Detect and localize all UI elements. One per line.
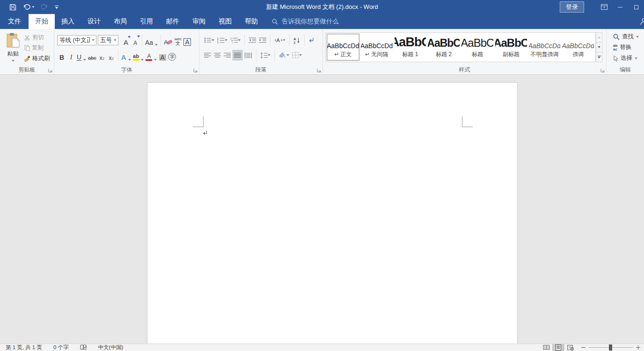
justify-button[interactable] bbox=[233, 50, 242, 60]
select-cursor-icon bbox=[613, 55, 618, 62]
styles-gallery-more-button[interactable] bbox=[596, 52, 602, 62]
styles-scroll-down-button[interactable] bbox=[596, 43, 602, 52]
find-label: 查找 bbox=[622, 33, 634, 41]
tab-layout[interactable]: 布局 bbox=[107, 14, 133, 29]
save-icon[interactable] bbox=[9, 4, 16, 11]
italic-button[interactable]: I bbox=[66, 50, 76, 61]
tab-design[interactable]: 设计 bbox=[81, 14, 107, 29]
decrease-indent-button[interactable] bbox=[248, 35, 257, 45]
font-dialog-launcher[interactable] bbox=[193, 68, 198, 73]
ribbon-display-options-icon[interactable] bbox=[596, 0, 612, 14]
tab-help[interactable]: 帮助 bbox=[238, 14, 264, 29]
align-center-button[interactable] bbox=[213, 50, 222, 60]
customize-qat-icon[interactable] bbox=[55, 6, 59, 9]
highlight-color-button[interactable]: ab bbox=[132, 50, 145, 61]
format-painter-button[interactable]: 格式刷 bbox=[24, 55, 50, 63]
grow-font-button[interactable]: A bbox=[121, 35, 131, 46]
page-number-status[interactable]: 第 1 页, 共 1 页 bbox=[0, 344, 48, 351]
editing-group: 查找 abac 替换 选择 编辑 bbox=[607, 29, 644, 74]
enclose-characters-button[interactable]: 字 bbox=[167, 50, 177, 61]
tab-file[interactable]: 文件 bbox=[0, 14, 29, 29]
tab-references[interactable]: 引用 bbox=[133, 14, 160, 29]
maximize-button[interactable] bbox=[628, 0, 644, 14]
read-mode-button[interactable] bbox=[540, 344, 552, 351]
strikethrough-button[interactable]: abc bbox=[87, 50, 97, 61]
ribbon: 粘贴 剪切 复制 格式刷 剪贴板 等线 (中文正文) 五号 bbox=[0, 29, 644, 75]
line-spacing-button[interactable] bbox=[259, 50, 271, 60]
replace-button[interactable]: abac 替换 bbox=[613, 43, 639, 51]
character-border-button[interactable]: A bbox=[183, 35, 192, 46]
font-size-combo[interactable]: 五号 bbox=[98, 35, 118, 45]
asian-layout-button[interactable]: A bbox=[273, 35, 286, 45]
clipboard-group: 粘贴 剪切 复制 格式刷 剪贴板 bbox=[0, 29, 54, 74]
bold-button[interactable]: B bbox=[57, 50, 66, 61]
tab-insert[interactable]: 插入 bbox=[55, 14, 81, 29]
tab-mailings[interactable]: 邮件 bbox=[160, 14, 186, 29]
style-heading1[interactable]: AaBbC 标题 1 bbox=[394, 34, 427, 61]
find-dropdown-icon[interactable] bbox=[636, 36, 639, 38]
pilcrow-mark: ↵ bbox=[365, 51, 370, 57]
numbering-button[interactable]: 123 bbox=[216, 35, 228, 45]
character-shading-button[interactable]: A bbox=[158, 50, 167, 61]
document-canvas[interactable] bbox=[0, 75, 644, 344]
style-subtle-emphasis[interactable]: AaBbCcDd 不明显强调 bbox=[528, 34, 561, 61]
font-group-label: 字体 bbox=[54, 66, 199, 74]
minimize-button[interactable] bbox=[612, 0, 628, 14]
styles-dialog-launcher[interactable] bbox=[600, 68, 605, 73]
zoom-slider[interactable] bbox=[588, 347, 633, 348]
distribute-button[interactable] bbox=[243, 50, 253, 60]
bullets-button[interactable] bbox=[203, 35, 215, 45]
find-magnifier-icon bbox=[613, 34, 620, 40]
shading-button[interactable] bbox=[278, 50, 290, 60]
sign-in-button[interactable]: 登录 bbox=[560, 1, 584, 13]
style-normal[interactable]: AaBbCcDd ↵ 正文 bbox=[327, 34, 359, 61]
font-color-button[interactable]: A bbox=[145, 50, 158, 61]
web-layout-button[interactable] bbox=[564, 344, 577, 351]
show-hide-marks-button[interactable] bbox=[307, 35, 316, 45]
zoom-out-button[interactable] bbox=[581, 347, 585, 348]
zoom-in-button[interactable] bbox=[636, 345, 640, 350]
word-count-status[interactable]: 0 个字 bbox=[48, 344, 74, 351]
multilevel-list-button[interactable]: 1ai bbox=[229, 35, 242, 45]
tell-me-search[interactable]: 告诉我你想要做什么 bbox=[264, 14, 339, 29]
undo-dropdown-icon[interactable] bbox=[32, 6, 35, 7]
increase-indent-button[interactable] bbox=[258, 35, 267, 45]
phonetic-guide-button[interactable]: wén文 bbox=[173, 35, 183, 46]
align-right-button[interactable] bbox=[223, 50, 232, 60]
clear-formatting-button[interactable]: A bbox=[163, 35, 173, 46]
find-button[interactable]: 查找 bbox=[613, 33, 639, 41]
underline-button[interactable]: U bbox=[76, 50, 87, 61]
tab-home[interactable]: 开始 bbox=[29, 14, 55, 29]
print-layout-button[interactable] bbox=[552, 344, 564, 351]
undo-button[interactable] bbox=[23, 4, 35, 10]
align-left-button[interactable] bbox=[203, 50, 212, 60]
zoom-slider-handle[interactable] bbox=[609, 344, 612, 351]
tab-view[interactable]: 视图 bbox=[212, 14, 238, 29]
borders-button[interactable] bbox=[291, 50, 303, 60]
proofing-status-icon[interactable] bbox=[74, 344, 93, 351]
replace-label: 替换 bbox=[620, 43, 631, 51]
paste-dropdown-icon[interactable] bbox=[12, 60, 15, 62]
style-heading2[interactable]: AaBbC 标题 2 bbox=[427, 34, 460, 61]
document-page[interactable] bbox=[147, 82, 518, 344]
style-subtitle[interactable]: AaBbC 副标题 bbox=[495, 34, 527, 61]
paragraph-mark-icon bbox=[203, 129, 208, 137]
paste-button[interactable]: 粘贴 bbox=[4, 33, 22, 66]
font-name-combo[interactable]: 等线 (中文正文) bbox=[57, 35, 96, 45]
style-no-spacing[interactable]: AaBbCcDd ↵ 无间隔 bbox=[360, 34, 393, 61]
text-effects-button[interactable]: A bbox=[120, 50, 132, 61]
superscript-button[interactable]: x2 bbox=[107, 50, 116, 61]
svg-text:i: i bbox=[233, 42, 233, 44]
select-button[interactable]: 选择 bbox=[613, 54, 639, 62]
change-case-button[interactable]: Aa bbox=[144, 35, 159, 46]
language-status[interactable]: 中文(中国) bbox=[93, 344, 129, 351]
select-dropdown-icon[interactable] bbox=[635, 57, 637, 59]
subscript-button[interactable]: x2 bbox=[97, 50, 107, 61]
paragraph-dialog-launcher[interactable] bbox=[316, 68, 321, 73]
clipboard-dialog-launcher[interactable] bbox=[48, 68, 52, 73]
shrink-font-button[interactable]: A bbox=[131, 35, 140, 46]
sort-button[interactable]: AZ bbox=[293, 35, 301, 45]
style-title[interactable]: AaBbC 标题 bbox=[461, 34, 494, 61]
tab-review[interactable]: 审阅 bbox=[186, 14, 212, 29]
style-emphasis[interactable]: AaBbCcDd 强调 bbox=[562, 34, 594, 61]
